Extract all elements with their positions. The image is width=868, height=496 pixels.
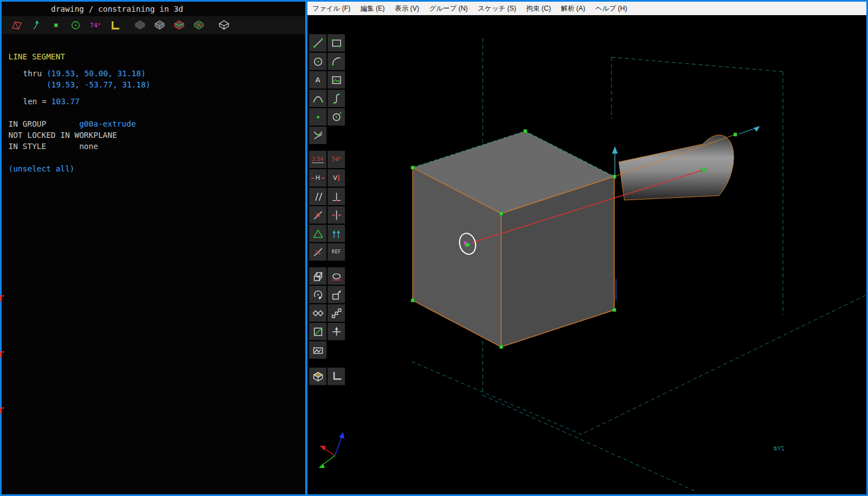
angle-constraint-tool[interactable]: 74°	[328, 151, 345, 168]
toggle-workplanes-icon[interactable]	[10, 18, 24, 33]
coordinate-line-1: thru (19.53, 50.00, 31.18)	[8, 68, 305, 79]
length-label: len =	[23, 97, 52, 106]
viewport[interactable]: ZY# A 2.54 74° H	[307, 15, 866, 494]
unselect-all-link[interactable]: (unselect all)	[8, 164, 74, 173]
text-window-titlebar: drawing / constraining in 3d	[2, 2, 305, 16]
ref-label: REF	[332, 249, 341, 254]
same-orientation-constraint-tool[interactable]	[328, 225, 345, 242]
extrude-tool[interactable]	[309, 267, 326, 285]
text-tool[interactable]: A	[309, 71, 326, 89]
toolbar-group-gap	[309, 145, 347, 150]
menu-group[interactable]: グループ (N)	[424, 2, 473, 15]
show-solid-tool[interactable]	[309, 368, 326, 385]
menu-view[interactable]: 表示 (V)	[390, 2, 424, 15]
vertex-point[interactable]	[702, 168, 706, 171]
rectangle-tool[interactable]	[328, 34, 345, 52]
line-tool[interactable]	[309, 34, 326, 52]
spline-tool[interactable]	[328, 90, 345, 107]
screen-edge-artifact	[0, 407, 4, 414]
supplementary-angle-tool[interactable]	[309, 243, 326, 261]
toggle-dimensions-icon[interactable]: 74°	[88, 18, 102, 33]
step-translate-tool[interactable]	[309, 304, 326, 322]
group-label: IN GROUP	[8, 118, 79, 129]
vertex-point[interactable]	[524, 129, 527, 133]
vertex-point[interactable]	[613, 175, 616, 178]
property-panel: LINE SEGMENT thru (19.53, 50.00, 31.18) …	[2, 34, 305, 494]
screen-edge-artifact	[0, 351, 4, 358]
normal-arrow-up[interactable]	[612, 146, 618, 179]
vertical-constraint-tool[interactable]: V	[328, 169, 345, 187]
vertex-point[interactable]	[613, 308, 616, 312]
toggle-backfaces-icon[interactable]	[108, 18, 122, 33]
reference-dimension-tool[interactable]: REF	[328, 243, 345, 261]
sketch-toolbar: A 2.54 74° H V	[309, 34, 347, 386]
link-tool[interactable]	[328, 286, 345, 303]
vertex-point[interactable]	[411, 166, 414, 169]
toolbar-group-gap	[309, 359, 347, 367]
length-value: 103.77	[52, 97, 80, 106]
angle-label: 74°	[332, 156, 342, 163]
cylinder-extrusion[interactable]	[619, 135, 734, 200]
vertex-point[interactable]	[500, 345, 503, 349]
image-tool[interactable]	[328, 71, 345, 89]
workplane-edge[interactable]	[612, 57, 783, 72]
vertex-point[interactable]	[411, 299, 414, 302]
circle-tool[interactable]	[309, 53, 326, 70]
menu-file[interactable]: ファイル (F)	[307, 2, 356, 15]
toggle-hidden-lines-icon[interactable]	[217, 18, 231, 33]
style-label: IN STYLE	[8, 141, 79, 152]
lathe-tool[interactable]	[328, 267, 345, 285]
symmetric-constraint-tool[interactable]	[328, 206, 345, 224]
image-frame-tool[interactable]	[309, 323, 326, 340]
coordinate-value-1: (19.53, 50.00, 31.18)	[46, 69, 146, 78]
workplane-edge[interactable]	[483, 395, 697, 492]
bezier-tool[interactable]	[309, 90, 326, 107]
menu-sketch[interactable]: スケッチ (S)	[473, 2, 521, 15]
menu-analyze[interactable]: 解析 (A)	[556, 2, 590, 15]
group-link[interactable]: g00a-extrude	[79, 119, 136, 128]
angle-toggle-label: 74°	[90, 22, 101, 29]
entity-type-header: LINE SEGMENT	[8, 51, 305, 62]
translate-tool[interactable]	[328, 323, 345, 340]
toggle-shaded-icon[interactable]	[133, 18, 147, 33]
workplane-lock-line: NOT LOCKED IN WORKPLANE	[8, 129, 305, 141]
construction-tool[interactable]	[328, 108, 345, 126]
toggle-construction-icon[interactable]	[68, 18, 83, 33]
graphics-window: ファイル (F) 編集 (E) 表示 (V) グループ (N) スケッチ (S)…	[307, 2, 866, 494]
distance-constraint-tool[interactable]: 2.54	[309, 151, 326, 168]
normal-arrow-right[interactable]	[739, 126, 760, 134]
vertex-point[interactable]	[500, 212, 503, 215]
menu-edit[interactable]: 編集 (E)	[356, 2, 390, 15]
menu-constrain[interactable]: 拘束 (C)	[521, 2, 556, 15]
horizontal-constraint-tool[interactable]: H	[309, 169, 326, 187]
unselect-all-link-line: (unselect all)	[8, 163, 305, 174]
toggle-points-icon[interactable]	[49, 18, 63, 33]
h-label: H	[315, 174, 320, 182]
vertex-point[interactable]	[466, 243, 469, 247]
toggle-normals-icon[interactable]	[29, 18, 44, 33]
revolve-tool[interactable]	[309, 286, 326, 303]
step-rotate-tool[interactable]	[328, 304, 345, 322]
perpendicular-constraint-tool[interactable]	[328, 188, 345, 205]
toggle-mesh-icon[interactable]	[192, 18, 206, 33]
style-value[interactable]: none	[79, 142, 98, 151]
workplane-tool[interactable]	[328, 368, 345, 385]
orientation-triad	[319, 432, 344, 468]
3d-viewport[interactable]: ZY#	[307, 15, 866, 494]
text-tool-glyph: A	[315, 76, 320, 84]
vertex-point[interactable]	[734, 133, 737, 136]
group-line: IN GROUPg00a-extrude	[8, 118, 305, 129]
toggle-outlines-icon[interactable]	[172, 18, 186, 33]
parallel-constraint-tool[interactable]	[309, 188, 326, 205]
toggle-edges-icon[interactable]	[152, 18, 167, 33]
point-tool[interactable]	[309, 108, 326, 126]
point-on-line-constraint-tool[interactable]	[309, 206, 326, 224]
equal-constraint-tool[interactable]	[309, 225, 326, 242]
v-label: V	[333, 174, 338, 182]
menu-bar: ファイル (F) 編集 (E) 表示 (V) グループ (N) スケッチ (S)…	[307, 2, 866, 15]
thru-label: thru	[23, 69, 46, 78]
split-curves-tool[interactable]	[309, 127, 326, 144]
menu-help[interactable]: ヘルプ (H)	[590, 2, 632, 15]
arc-tool[interactable]	[328, 53, 345, 70]
sketch-in-plane-tool[interactable]	[309, 341, 326, 359]
